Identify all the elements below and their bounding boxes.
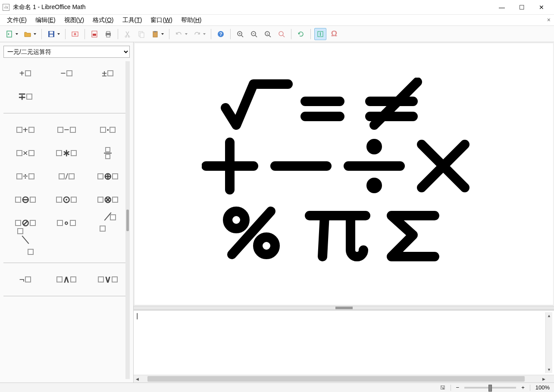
app-icon: √x [3,4,9,11]
save-button[interactable] [45,28,57,40]
open-button[interactable] [22,28,34,40]
svg-rect-15 [154,31,156,32]
close-window-button[interactable]: ✕ [532,1,551,14]
elem-frac[interactable] [88,144,128,163]
print-button[interactable] [102,28,114,40]
export-button[interactable] [69,28,81,40]
new-doc-button[interactable] [3,28,16,40]
svg-point-25 [371,182,377,188]
elem-div[interactable]: ÷ [5,167,46,186]
menu-window[interactable]: 窗口(W) [146,15,177,25]
pane-splitter[interactable] [134,306,554,310]
elem-minusplus[interactable]: ∓ [5,87,46,106]
horizontal-scrollbar[interactable]: ◀ ▶ [134,375,554,383]
title-bar: √x 未命名 1 - LibreOffice Math — ☐ ✕ [0,0,554,15]
menu-help[interactable]: 帮助(H) [177,15,206,25]
elem-circ[interactable]: ∘ [47,213,87,232]
formula-graphic [202,78,486,267]
svg-rect-8 [106,31,110,33]
close-doc-button[interactable]: × [547,16,551,23]
redo-button[interactable] [191,28,203,40]
category-select[interactable]: 一元/二元运算符 [3,46,130,58]
elem-oslash[interactable]: ⊘ [5,213,46,232]
elem-ominus[interactable]: ⊖ [5,190,46,209]
zoom-100-button[interactable]: 1 [262,28,274,40]
elem-plusminus[interactable]: ± [88,64,128,83]
zoom-out-button[interactable] [248,28,260,40]
elem-otimes[interactable]: ⊗ [88,190,128,209]
sidebar-scrollbar[interactable] [125,61,130,379]
zoom-fit-button[interactable] [275,28,288,40]
command-pane-container: | ▲▼ [134,310,554,375]
help-button[interactable]: ? [215,28,227,40]
elem-oplus[interactable]: ⊕ [88,167,128,186]
menu-view[interactable]: 视图(V) [60,15,89,25]
svg-point-27 [258,237,275,254]
command-vscroll[interactable]: ▲▼ [545,312,552,373]
elem-odot[interactable]: ⊙ [47,190,87,209]
paste-button[interactable] [149,28,161,40]
zoom-level[interactable]: 100% [535,384,550,391]
symbols-button[interactable]: Ω [328,28,340,40]
elem-ast[interactable]: ∗ [47,144,87,163]
elem-slash[interactable]: / [47,167,87,186]
zoom-slider[interactable] [464,387,516,389]
elem-wideslash[interactable] [88,213,128,232]
restore-button[interactable]: ☐ [512,1,532,14]
elem-or[interactable]: ∨ [88,270,128,289]
elem-plus-unary[interactable]: + [5,64,46,83]
svg-rect-9 [106,35,110,37]
export-pdf-button[interactable] [88,28,100,40]
status-bar: 🖫 − + 100% [0,383,554,392]
zoom-in-button[interactable] [234,28,246,40]
zoom-minus[interactable]: − [456,384,460,391]
copy-button[interactable] [135,28,147,40]
elem-and[interactable]: ∧ [47,270,87,289]
elem-plus[interactable]: + [5,120,46,139]
svg-point-24 [371,144,377,150]
command-input[interactable]: | [135,312,545,373]
formula-cursor-button[interactable] [314,28,326,40]
menu-edit[interactable]: 编辑(E) [31,15,60,25]
menu-tools[interactable]: 工具(T) [118,15,147,25]
svg-rect-13 [140,33,144,38]
svg-point-22 [279,31,283,36]
svg-rect-0 [7,31,12,37]
minimize-button[interactable]: — [492,1,512,14]
elem-minus-unary[interactable]: − [47,64,87,83]
elem-cdot[interactable]: · [88,120,128,139]
zoom-plus[interactable]: + [521,384,525,391]
menu-format[interactable]: 格式(O) [88,15,118,25]
svg-text:?: ? [219,31,222,37]
svg-rect-3 [50,34,53,37]
menu-file[interactable]: 文件(F) [3,15,31,25]
cut-button[interactable] [122,28,134,40]
formula-canvas[interactable] [134,43,554,305]
elem-times[interactable]: × [5,144,46,163]
undo-button[interactable] [173,28,185,40]
window-title: 未命名 1 - LibreOffice Math [13,3,492,11]
elem-widebslash[interactable] [5,237,46,256]
svg-text:1: 1 [266,32,268,35]
toolbar: ? 1 Ω [0,26,554,42]
save-indicator-icon[interactable]: 🖫 [440,385,445,391]
svg-rect-6 [93,34,96,36]
menu-bar: 文件(F) 编辑(E) 视图(V) 格式(O) 工具(T) 窗口(W) 帮助(H… [0,15,554,26]
elem-minus[interactable]: − [47,120,87,139]
elements-sidebar: 一元/二元运算符 + − ± ∓ + − · × ∗ ÷ / ⊕ ⊖ ⊙ [0,42,134,383]
svg-point-26 [228,211,245,229]
main-area: | ▲▼ ◀ ▶ [134,42,554,383]
svg-rect-2 [50,31,53,34]
refresh-button[interactable] [295,28,307,40]
elem-neg[interactable]: ¬ [5,270,46,289]
